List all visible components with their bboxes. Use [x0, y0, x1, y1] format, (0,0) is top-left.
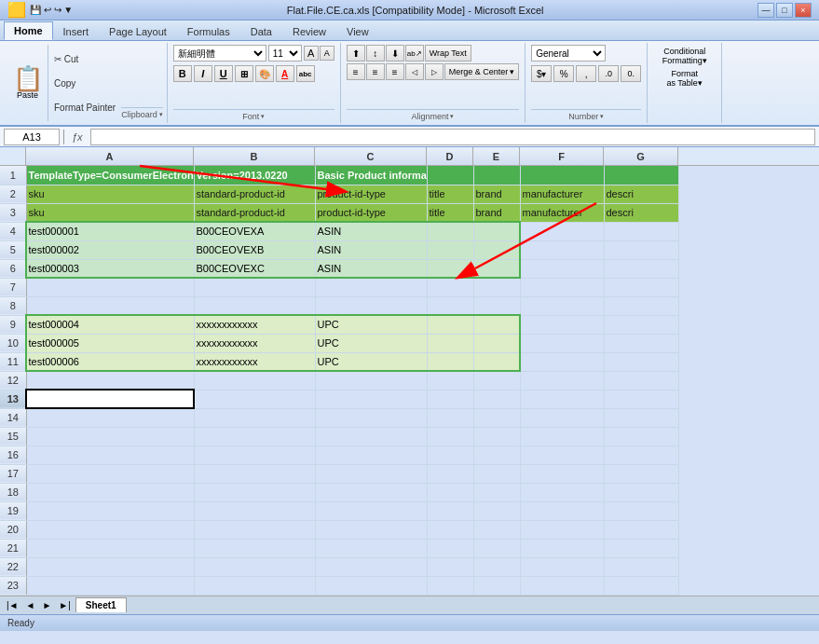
row-header-18[interactable]: 18 — [0, 483, 26, 501]
cell-r18c6[interactable] — [520, 483, 604, 501]
row-header-13[interactable]: 13 — [0, 390, 26, 408]
cell-r23c2[interactable] — [194, 576, 315, 595]
cell-r18c1[interactable] — [26, 483, 194, 501]
col-header-a[interactable]: A — [26, 147, 194, 166]
row-header-17[interactable]: 17 — [0, 464, 26, 483]
tab-data[interactable]: Data — [240, 22, 282, 40]
orientation-button[interactable]: ab↗ — [405, 45, 424, 62]
cell-r11c6[interactable] — [520, 352, 604, 371]
cell-r8c4[interactable] — [427, 296, 473, 315]
cell-r22c1[interactable] — [26, 557, 194, 576]
cell-r3c3[interactable]: product-id-type — [315, 203, 427, 222]
cell-r1c6[interactable] — [520, 166, 604, 185]
cell-r11c1[interactable]: test000006 — [26, 352, 194, 371]
cell-r1c1[interactable]: TemplateType=ConsumerElectronics — [26, 166, 194, 185]
cell-r18c4[interactable] — [427, 483, 473, 501]
cell-r4c2[interactable]: B00CEOVEXA — [194, 222, 315, 240]
cell-r6c6[interactable] — [520, 259, 604, 278]
tab-page-layout[interactable]: Page Layout — [99, 22, 177, 40]
cell-r18c7[interactable] — [604, 483, 678, 501]
cell-r8c7[interactable] — [604, 296, 678, 315]
sheet-tab-1[interactable]: Sheet1 — [75, 597, 127, 612]
cell-r12c6[interactable] — [520, 371, 604, 390]
cell-r2c3[interactable]: product-id-type — [315, 185, 427, 203]
cell-r17c3[interactable] — [315, 464, 427, 483]
cell-r13c7[interactable] — [604, 390, 678, 408]
cell-r7c3[interactable] — [315, 278, 427, 296]
cell-reference-input[interactable] — [4, 129, 60, 145]
cell-r22c4[interactable] — [427, 557, 473, 576]
cell-r8c5[interactable] — [473, 296, 520, 315]
row-header-1[interactable]: 1 — [0, 166, 26, 185]
tab-insert[interactable]: Insert — [53, 22, 100, 40]
cell-r14c7[interactable] — [604, 408, 678, 427]
cell-r17c1[interactable] — [26, 464, 194, 483]
minimize-button[interactable]: — — [758, 3, 774, 18]
row-header-6[interactable]: 6 — [0, 259, 26, 278]
cell-r21c3[interactable] — [315, 539, 427, 557]
cell-r20c6[interactable] — [520, 520, 604, 539]
conditional-formatting-button[interactable]: ConditionalFormatting▾ — [653, 45, 716, 67]
row-header-3[interactable]: 3 — [0, 203, 26, 222]
cell-r20c1[interactable] — [26, 520, 194, 539]
cell-r4c3[interactable]: ASIN — [315, 222, 427, 240]
cell-r14c4[interactable] — [427, 408, 473, 427]
row-header-14[interactable]: 14 — [0, 408, 26, 427]
cell-r15c6[interactable] — [520, 427, 604, 445]
cell-r6c7[interactable] — [604, 259, 678, 278]
cell-r3c6[interactable]: manufacturer — [520, 203, 604, 222]
copy-button[interactable]: Copy — [52, 77, 117, 89]
cell-r2c4[interactable]: title — [427, 185, 473, 203]
cell-r23c4[interactable] — [427, 576, 473, 595]
cell-r4c5[interactable] — [473, 222, 520, 240]
cell-r12c1[interactable] — [26, 371, 194, 390]
cell-r14c3[interactable] — [315, 408, 427, 427]
row-header-2[interactable]: 2 — [0, 185, 26, 203]
cell-r16c5[interactable] — [473, 445, 520, 464]
cell-r10c1[interactable]: test000005 — [26, 334, 194, 352]
close-button[interactable]: × — [795, 3, 812, 18]
cell-r21c6[interactable] — [520, 539, 604, 557]
cell-r7c4[interactable] — [427, 278, 473, 296]
cell-r5c1[interactable]: test000002 — [26, 240, 194, 259]
cell-r12c5[interactable] — [473, 371, 520, 390]
cell-r20c4[interactable] — [427, 520, 473, 539]
col-header-g[interactable]: G — [604, 147, 678, 166]
cell-r20c3[interactable] — [315, 520, 427, 539]
cell-r22c7[interactable] — [604, 557, 678, 576]
cell-r14c5[interactable] — [473, 408, 520, 427]
cell-r12c7[interactable] — [604, 371, 678, 390]
dollar-button[interactable]: $▾ — [531, 65, 552, 82]
format-painter-button[interactable]: Format Painter — [52, 102, 117, 114]
format-as-table-button[interactable]: Formatas Table▾ — [653, 67, 716, 89]
cell-r17c6[interactable] — [520, 464, 604, 483]
cell-r11c3[interactable]: UPC — [315, 352, 427, 371]
cell-r13c2[interactable] — [194, 390, 315, 408]
border-button[interactable]: ⊞ — [235, 65, 253, 82]
alignment-arrow-icon[interactable]: ▾ — [450, 113, 454, 120]
sheet-nav-next[interactable]: ► — [39, 600, 54, 610]
cell-r20c7[interactable] — [604, 520, 678, 539]
cell-r10c5[interactable] — [473, 334, 520, 352]
increase-decimal-button[interactable]: .0 — [598, 65, 619, 82]
cell-r15c4[interactable] — [427, 427, 473, 445]
cell-r7c2[interactable] — [194, 278, 315, 296]
fill-color-button[interactable]: 🎨 — [255, 65, 274, 82]
row-header-19[interactable]: 19 — [0, 501, 26, 520]
cell-r4c4[interactable] — [427, 222, 473, 240]
cell-r16c3[interactable] — [315, 445, 427, 464]
cell-r23c3[interactable] — [315, 576, 427, 595]
cell-r22c5[interactable] — [473, 557, 520, 576]
cell-r9c5[interactable] — [473, 315, 520, 334]
cell-r18c5[interactable] — [473, 483, 520, 501]
cell-r18c2[interactable] — [194, 483, 315, 501]
cell-r19c5[interactable] — [473, 501, 520, 520]
number-arrow-icon[interactable]: ▾ — [600, 113, 604, 120]
cell-r12c2[interactable] — [194, 371, 315, 390]
cell-r8c6[interactable] — [520, 296, 604, 315]
cell-r15c3[interactable] — [315, 427, 427, 445]
align-bottom-button[interactable]: ⬇ — [386, 45, 404, 62]
col-header-d[interactable]: D — [427, 147, 473, 166]
cell-r19c7[interactable] — [604, 501, 678, 520]
cell-r23c6[interactable] — [520, 576, 604, 595]
